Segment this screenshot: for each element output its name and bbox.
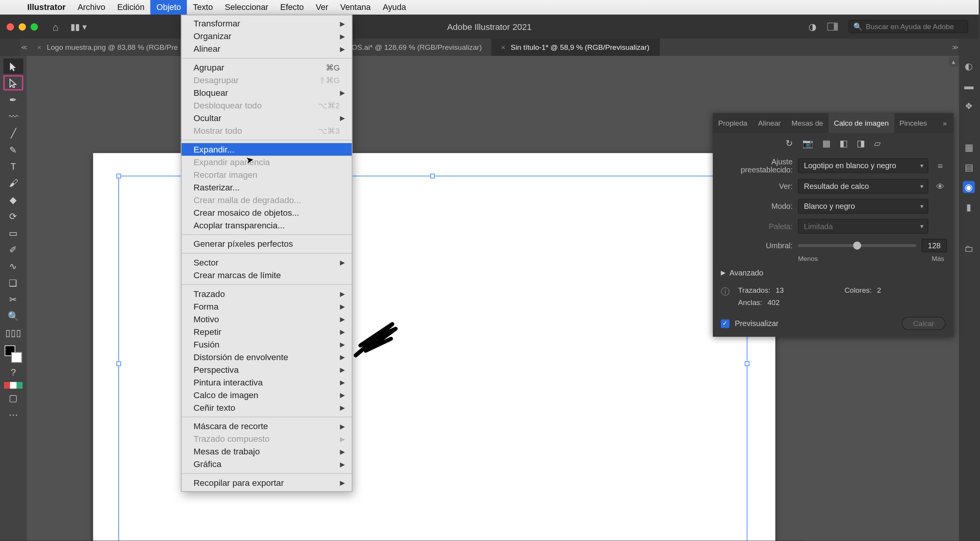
menu-item-objeto[interactable]: Objeto: [150, 0, 187, 15]
tab-scroll-right[interactable]: ≫: [951, 39, 959, 56]
arrange-documents-icon[interactable]: ▮▮ ▾: [70, 21, 87, 31]
threshold-slider[interactable]: [798, 244, 916, 247]
help-search-input[interactable]: 🔍 Buscar en Ayuda de Adobe: [848, 20, 968, 33]
menu-item[interactable]: Máscara de recorte▶: [181, 420, 352, 433]
menu-item[interactable]: Forma▶: [181, 300, 352, 313]
resize-handle[interactable]: [116, 174, 121, 178]
preset-menu-icon[interactable]: ≡: [934, 161, 947, 170]
menu-item[interactable]: Ceñir texto▶: [181, 401, 352, 414]
menu-item[interactable]: Ocultar▶: [181, 112, 352, 125]
menu-item[interactable]: Alinear▶: [181, 43, 352, 55]
blend-tool[interactable]: ∿: [3, 258, 23, 274]
advanced-toggle[interactable]: ▶Avanzado: [713, 265, 954, 281]
menu-item[interactable]: Crear mosaico de objetos...: [181, 206, 352, 219]
close-icon[interactable]: [7, 23, 14, 30]
rectangle-tool[interactable]: ▭: [3, 225, 23, 240]
document-tab[interactable]: ×Sin título-1* @ 58,9 % (RGB/Previsualiz…: [492, 39, 660, 56]
menu-item-ver[interactable]: Ver: [310, 0, 334, 15]
eye-icon[interactable]: 👁: [934, 181, 947, 191]
home-icon[interactable]: ⌂: [52, 21, 59, 33]
menu-item[interactable]: Agrupar⌘G: [181, 61, 352, 74]
menu-item[interactable]: Acoplar transparencia...: [181, 219, 352, 231]
outline-icon[interactable]: ▱: [874, 138, 880, 148]
menu-item[interactable]: Gráfica▶: [181, 458, 352, 471]
shape-builder-tool[interactable]: ◆: [3, 192, 23, 207]
properties-panel-icon[interactable]: ◐: [963, 60, 975, 72]
trace-button[interactable]: Calcar: [902, 317, 946, 330]
fill-toggle-icon[interactable]: ?: [3, 364, 23, 379]
preset-select[interactable]: Logotipo en blanco y negro▾: [798, 158, 928, 173]
window-controls[interactable]: [0, 23, 38, 30]
symbol-tool-icon[interactable]: ❏: [3, 275, 23, 290]
screen-mode-icon[interactable]: ▢: [3, 390, 23, 405]
app-name[interactable]: Illustrator: [21, 3, 72, 12]
menu-item[interactable]: Distorsión de envolvente▶: [181, 351, 352, 363]
resize-handle[interactable]: [745, 361, 749, 366]
line-tool[interactable]: ╱: [3, 125, 23, 141]
menu-item[interactable]: Rasterizar...: [181, 181, 352, 193]
threshold-value[interactable]: 128: [921, 239, 947, 252]
mode-select[interactable]: Blanco y negro▾: [798, 199, 928, 213]
minimize-icon[interactable]: [19, 23, 26, 30]
edit-toolbar-icon[interactable]: ⋯: [3, 407, 23, 422]
menu-item[interactable]: Motivo▶: [181, 313, 352, 325]
selection-tool[interactable]: [3, 59, 23, 74]
graph-tool[interactable]: ▯▯▯: [3, 325, 23, 340]
resize-handle[interactable]: [116, 361, 121, 366]
auto-icon[interactable]: ↻: [786, 138, 793, 148]
menu-item[interactable]: Perspectiva▶: [181, 363, 352, 376]
close-tab-icon[interactable]: ×: [37, 43, 41, 51]
menu-item-texto[interactable]: Texto: [187, 0, 219, 15]
menu-item-efecto[interactable]: Efecto: [274, 0, 310, 15]
slice-tool[interactable]: ✂: [3, 292, 23, 307]
menu-item[interactable]: Trazado▶: [181, 287, 352, 300]
menu-item[interactable]: Recopilar para exportar▶: [181, 477, 352, 489]
menu-item-ventana[interactable]: Ventana: [334, 0, 377, 15]
menu-item[interactable]: Sector▶: [181, 256, 352, 269]
maximize-icon[interactable]: [31, 23, 38, 30]
scroll-up-icon[interactable]: ▲: [949, 57, 958, 66]
menu-item[interactable]: Mesas de trabajo▶: [181, 445, 352, 458]
brush-tool[interactable]: 🖌: [3, 175, 23, 190]
gray-icon[interactable]: ◨: [857, 138, 865, 148]
resize-handle[interactable]: [430, 174, 435, 178]
document-tab[interactable]: ×Logo muestra.png @ 83,88 % (RGB/Pre: [28, 39, 188, 56]
menu-item[interactable]: Organizar▶: [181, 30, 352, 43]
libraries-panel-icon[interactable]: ▦: [963, 141, 975, 153]
menu-item-archivo[interactable]: Archivo: [72, 0, 111, 15]
direct-selection-tool[interactable]: [3, 75, 23, 90]
eyedropper-tool[interactable]: ✐: [3, 242, 23, 257]
color-panel-icon[interactable]: ▬: [963, 80, 975, 92]
menu-item[interactable]: Bloquear▶: [181, 87, 352, 99]
pen-tool-alt[interactable]: ✎: [3, 142, 23, 157]
workspace-toggle-icon[interactable]: [827, 23, 838, 31]
menu-item[interactable]: Calco de imagen▶: [181, 389, 352, 401]
pen-tool[interactable]: ✒: [3, 92, 23, 107]
preview-checkbox[interactable]: ✓: [721, 319, 730, 328]
low-icon[interactable]: ◧: [840, 138, 848, 148]
menu-item[interactable]: Repetir▶: [181, 325, 352, 338]
stroke-panel-icon[interactable]: ▮: [963, 201, 975, 213]
swatches-panel-icon[interactable]: ▤: [963, 161, 975, 173]
menu-item-seleccionar[interactable]: Seleccionar: [219, 0, 274, 15]
color-mode-strip[interactable]: [4, 382, 23, 389]
close-tab-icon[interactable]: ×: [501, 43, 505, 51]
menu-item[interactable]: Generar píxeles perfectos: [181, 238, 352, 250]
panel-tab[interactable]: Propieda: [713, 113, 753, 133]
menu-item-edición[interactable]: Edición: [111, 0, 150, 15]
curvature-tool[interactable]: 〰: [3, 108, 23, 124]
menu-item[interactable]: Crear marcas de límite: [181, 269, 352, 282]
menu-item-ayuda[interactable]: Ayuda: [377, 0, 412, 15]
panel-tab[interactable]: Alinear: [753, 113, 786, 133]
menu-item[interactable]: Expandir...: [181, 143, 352, 156]
panel-more-icon[interactable]: »: [936, 113, 953, 133]
view-select[interactable]: Resultado de calco▾: [798, 179, 928, 193]
panel-tab[interactable]: Mesas de: [786, 113, 829, 133]
type-tool[interactable]: T: [3, 158, 23, 174]
menu-item[interactable]: Fusión▶: [181, 338, 352, 351]
rotate-tool[interactable]: ⟳: [3, 208, 23, 224]
tab-scroll-left[interactable]: ≪: [20, 39, 28, 56]
appearance-panel-icon[interactable]: ◉: [963, 181, 975, 193]
menu-item[interactable]: Transformar▶: [181, 17, 352, 30]
color-chips[interactable]: [5, 346, 22, 363]
